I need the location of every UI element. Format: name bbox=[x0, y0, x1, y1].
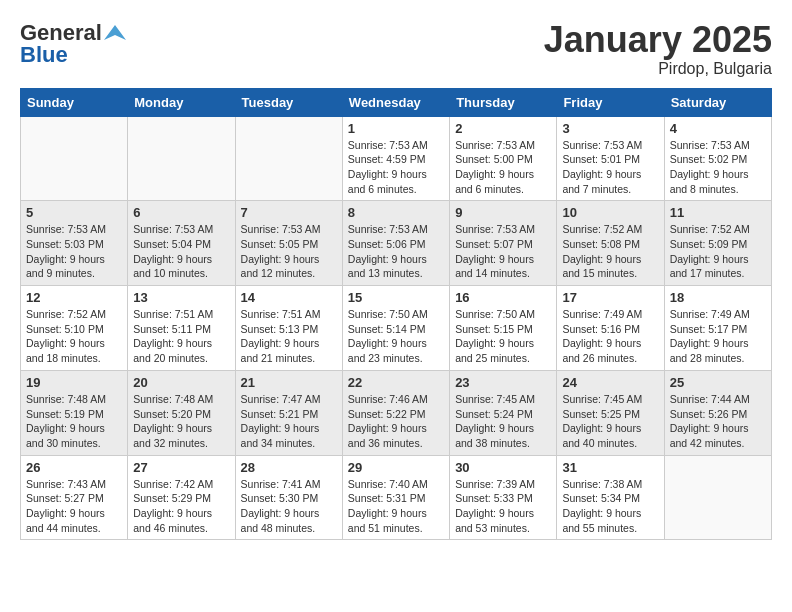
calendar-day-header: Tuesday bbox=[235, 88, 342, 116]
day-number: 24 bbox=[562, 375, 658, 390]
title-section: January 2025 Pirdop, Bulgaria bbox=[544, 20, 772, 78]
day-number: 14 bbox=[241, 290, 337, 305]
calendar-day-cell: 14Sunrise: 7:51 AM Sunset: 5:13 PM Dayli… bbox=[235, 286, 342, 371]
day-info: Sunrise: 7:53 AM Sunset: 5:05 PM Dayligh… bbox=[241, 222, 337, 281]
calendar-day-cell: 17Sunrise: 7:49 AM Sunset: 5:16 PM Dayli… bbox=[557, 286, 664, 371]
day-info: Sunrise: 7:50 AM Sunset: 5:15 PM Dayligh… bbox=[455, 307, 551, 366]
calendar-day-cell: 27Sunrise: 7:42 AM Sunset: 5:29 PM Dayli… bbox=[128, 455, 235, 540]
day-info: Sunrise: 7:53 AM Sunset: 5:04 PM Dayligh… bbox=[133, 222, 229, 281]
calendar-day-cell: 6Sunrise: 7:53 AM Sunset: 5:04 PM Daylig… bbox=[128, 201, 235, 286]
calendar-week-row: 26Sunrise: 7:43 AM Sunset: 5:27 PM Dayli… bbox=[21, 455, 772, 540]
logo-bird-icon bbox=[104, 22, 126, 44]
day-info: Sunrise: 7:49 AM Sunset: 5:17 PM Dayligh… bbox=[670, 307, 766, 366]
day-info: Sunrise: 7:45 AM Sunset: 5:25 PM Dayligh… bbox=[562, 392, 658, 451]
day-info: Sunrise: 7:52 AM Sunset: 5:08 PM Dayligh… bbox=[562, 222, 658, 281]
day-number: 16 bbox=[455, 290, 551, 305]
day-number: 11 bbox=[670, 205, 766, 220]
calendar-day-cell: 30Sunrise: 7:39 AM Sunset: 5:33 PM Dayli… bbox=[450, 455, 557, 540]
day-number: 13 bbox=[133, 290, 229, 305]
calendar-day-header: Monday bbox=[128, 88, 235, 116]
day-info: Sunrise: 7:53 AM Sunset: 5:01 PM Dayligh… bbox=[562, 138, 658, 197]
day-number: 19 bbox=[26, 375, 122, 390]
day-number: 18 bbox=[670, 290, 766, 305]
page-header: General Blue January 2025 Pirdop, Bulgar… bbox=[20, 20, 772, 78]
day-number: 30 bbox=[455, 460, 551, 475]
calendar-day-cell: 2Sunrise: 7:53 AM Sunset: 5:00 PM Daylig… bbox=[450, 116, 557, 201]
day-number: 12 bbox=[26, 290, 122, 305]
calendar-table: SundayMondayTuesdayWednesdayThursdayFrid… bbox=[20, 88, 772, 541]
calendar-subtitle: Pirdop, Bulgaria bbox=[544, 60, 772, 78]
calendar-day-cell: 11Sunrise: 7:52 AM Sunset: 5:09 PM Dayli… bbox=[664, 201, 771, 286]
day-number: 17 bbox=[562, 290, 658, 305]
day-number: 28 bbox=[241, 460, 337, 475]
day-number: 25 bbox=[670, 375, 766, 390]
day-number: 15 bbox=[348, 290, 444, 305]
calendar-day-cell: 31Sunrise: 7:38 AM Sunset: 5:34 PM Dayli… bbox=[557, 455, 664, 540]
calendar-day-cell: 3Sunrise: 7:53 AM Sunset: 5:01 PM Daylig… bbox=[557, 116, 664, 201]
logo: General Blue bbox=[20, 20, 126, 68]
day-info: Sunrise: 7:50 AM Sunset: 5:14 PM Dayligh… bbox=[348, 307, 444, 366]
day-info: Sunrise: 7:38 AM Sunset: 5:34 PM Dayligh… bbox=[562, 477, 658, 536]
calendar-week-row: 19Sunrise: 7:48 AM Sunset: 5:19 PM Dayli… bbox=[21, 370, 772, 455]
calendar-day-cell: 26Sunrise: 7:43 AM Sunset: 5:27 PM Dayli… bbox=[21, 455, 128, 540]
day-info: Sunrise: 7:51 AM Sunset: 5:11 PM Dayligh… bbox=[133, 307, 229, 366]
day-info: Sunrise: 7:41 AM Sunset: 5:30 PM Dayligh… bbox=[241, 477, 337, 536]
day-number: 9 bbox=[455, 205, 551, 220]
day-info: Sunrise: 7:53 AM Sunset: 5:00 PM Dayligh… bbox=[455, 138, 551, 197]
day-info: Sunrise: 7:48 AM Sunset: 5:20 PM Dayligh… bbox=[133, 392, 229, 451]
calendar-day-cell: 22Sunrise: 7:46 AM Sunset: 5:22 PM Dayli… bbox=[342, 370, 449, 455]
calendar-day-cell: 25Sunrise: 7:44 AM Sunset: 5:26 PM Dayli… bbox=[664, 370, 771, 455]
day-info: Sunrise: 7:40 AM Sunset: 5:31 PM Dayligh… bbox=[348, 477, 444, 536]
day-number: 1 bbox=[348, 121, 444, 136]
calendar-day-cell bbox=[21, 116, 128, 201]
calendar-day-cell: 10Sunrise: 7:52 AM Sunset: 5:08 PM Dayli… bbox=[557, 201, 664, 286]
day-number: 4 bbox=[670, 121, 766, 136]
day-info: Sunrise: 7:48 AM Sunset: 5:19 PM Dayligh… bbox=[26, 392, 122, 451]
calendar-day-cell: 15Sunrise: 7:50 AM Sunset: 5:14 PM Dayli… bbox=[342, 286, 449, 371]
day-number: 5 bbox=[26, 205, 122, 220]
calendar-day-cell: 19Sunrise: 7:48 AM Sunset: 5:19 PM Dayli… bbox=[21, 370, 128, 455]
calendar-day-cell: 1Sunrise: 7:53 AM Sunset: 4:59 PM Daylig… bbox=[342, 116, 449, 201]
day-number: 31 bbox=[562, 460, 658, 475]
day-info: Sunrise: 7:47 AM Sunset: 5:21 PM Dayligh… bbox=[241, 392, 337, 451]
calendar-week-row: 5Sunrise: 7:53 AM Sunset: 5:03 PM Daylig… bbox=[21, 201, 772, 286]
day-number: 2 bbox=[455, 121, 551, 136]
calendar-day-cell: 4Sunrise: 7:53 AM Sunset: 5:02 PM Daylig… bbox=[664, 116, 771, 201]
calendar-day-cell: 8Sunrise: 7:53 AM Sunset: 5:06 PM Daylig… bbox=[342, 201, 449, 286]
calendar-day-cell bbox=[128, 116, 235, 201]
svg-marker-0 bbox=[104, 25, 126, 40]
calendar-header-row: SundayMondayTuesdayWednesdayThursdayFrid… bbox=[21, 88, 772, 116]
calendar-day-cell: 24Sunrise: 7:45 AM Sunset: 5:25 PM Dayli… bbox=[557, 370, 664, 455]
day-info: Sunrise: 7:46 AM Sunset: 5:22 PM Dayligh… bbox=[348, 392, 444, 451]
logo-blue-text: Blue bbox=[20, 42, 68, 68]
calendar-week-row: 12Sunrise: 7:52 AM Sunset: 5:10 PM Dayli… bbox=[21, 286, 772, 371]
day-number: 26 bbox=[26, 460, 122, 475]
calendar-title: January 2025 bbox=[544, 20, 772, 60]
calendar-day-header: Wednesday bbox=[342, 88, 449, 116]
calendar-day-header: Sunday bbox=[21, 88, 128, 116]
calendar-week-row: 1Sunrise: 7:53 AM Sunset: 4:59 PM Daylig… bbox=[21, 116, 772, 201]
day-info: Sunrise: 7:53 AM Sunset: 5:02 PM Dayligh… bbox=[670, 138, 766, 197]
calendar-day-cell: 20Sunrise: 7:48 AM Sunset: 5:20 PM Dayli… bbox=[128, 370, 235, 455]
day-number: 8 bbox=[348, 205, 444, 220]
day-number: 22 bbox=[348, 375, 444, 390]
calendar-day-cell: 5Sunrise: 7:53 AM Sunset: 5:03 PM Daylig… bbox=[21, 201, 128, 286]
calendar-day-cell: 28Sunrise: 7:41 AM Sunset: 5:30 PM Dayli… bbox=[235, 455, 342, 540]
day-number: 7 bbox=[241, 205, 337, 220]
day-number: 21 bbox=[241, 375, 337, 390]
calendar-day-cell: 16Sunrise: 7:50 AM Sunset: 5:15 PM Dayli… bbox=[450, 286, 557, 371]
calendar-day-cell: 29Sunrise: 7:40 AM Sunset: 5:31 PM Dayli… bbox=[342, 455, 449, 540]
day-info: Sunrise: 7:51 AM Sunset: 5:13 PM Dayligh… bbox=[241, 307, 337, 366]
calendar-day-cell: 23Sunrise: 7:45 AM Sunset: 5:24 PM Dayli… bbox=[450, 370, 557, 455]
day-info: Sunrise: 7:45 AM Sunset: 5:24 PM Dayligh… bbox=[455, 392, 551, 451]
day-number: 29 bbox=[348, 460, 444, 475]
calendar-day-cell: 12Sunrise: 7:52 AM Sunset: 5:10 PM Dayli… bbox=[21, 286, 128, 371]
day-number: 23 bbox=[455, 375, 551, 390]
calendar-day-cell: 21Sunrise: 7:47 AM Sunset: 5:21 PM Dayli… bbox=[235, 370, 342, 455]
day-number: 6 bbox=[133, 205, 229, 220]
calendar-day-cell bbox=[235, 116, 342, 201]
day-info: Sunrise: 7:43 AM Sunset: 5:27 PM Dayligh… bbox=[26, 477, 122, 536]
calendar-day-cell bbox=[664, 455, 771, 540]
day-info: Sunrise: 7:39 AM Sunset: 5:33 PM Dayligh… bbox=[455, 477, 551, 536]
day-info: Sunrise: 7:53 AM Sunset: 5:03 PM Dayligh… bbox=[26, 222, 122, 281]
